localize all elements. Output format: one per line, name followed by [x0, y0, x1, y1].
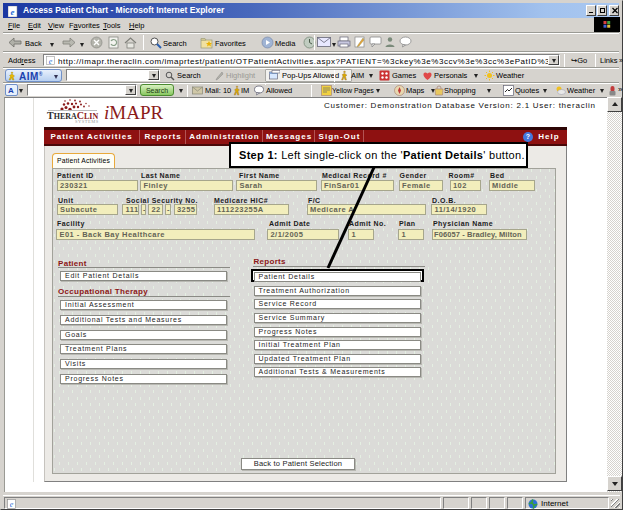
svg-text:e: e [10, 500, 14, 509]
